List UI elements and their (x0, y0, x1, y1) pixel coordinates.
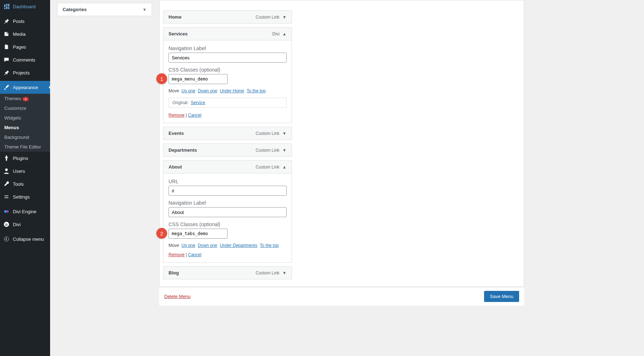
cancel-link[interactable]: Cancel (188, 252, 201, 257)
pin-icon (3, 18, 10, 25)
sidebar-item-appearance[interactable]: Appearance (0, 81, 50, 94)
menu-item-services: Services Divi▲ Navigation Label CSS Clas… (163, 27, 292, 123)
menu-item-type: Custom Link▼ (255, 270, 287, 275)
menu-item-type: Custom Link▼ (255, 131, 287, 136)
menu-item-title: Events (169, 131, 184, 136)
sidebar-label: Appearance (13, 85, 38, 90)
menu-item-title: About (169, 164, 182, 170)
sidebar-item-comments[interactable]: Comments (0, 53, 50, 66)
menu-item-settings: URL Navigation Label CSS Classes (option… (163, 174, 292, 263)
remove-link[interactable]: Remove (169, 252, 185, 257)
css-classes-input[interactable] (169, 74, 228, 84)
caret-down-icon: ▼ (142, 7, 147, 12)
dashboard-icon (3, 3, 10, 10)
nav-label-label: Navigation Label (169, 200, 287, 206)
move-down-link[interactable]: Down one (198, 88, 217, 93)
sidebar-item-users[interactable]: Users (0, 165, 50, 177)
menu-item-title: Services (169, 31, 188, 36)
menu-item-about: About Custom Link▲ URL Navigation Label (163, 160, 292, 263)
menu-structure-editor: Home Custom Link▼ Services Divi▲ Navigat… (159, 0, 524, 287)
move-top-link[interactable]: To the top (260, 243, 279, 248)
menu-item-bar[interactable]: Services Divi▲ (163, 27, 292, 40)
sidebar-item-pages[interactable]: Pages (0, 40, 50, 53)
move-up-link[interactable]: Up one (181, 88, 195, 93)
sidebar-label: Posts (13, 19, 25, 24)
sidebar-item-projects[interactable]: Projects (0, 66, 50, 79)
sidebar-item-settings[interactable]: Settings (0, 190, 50, 203)
menu-item-blog: Blog Custom Link▼ (163, 266, 292, 279)
sidebar-sub-widgets[interactable]: Widgets (0, 113, 50, 123)
caret-down-icon[interactable]: ▼ (282, 270, 287, 275)
sidebar-sub-background[interactable]: Background (0, 132, 50, 142)
annotation-badge-1: 1 (156, 73, 167, 84)
url-input[interactable] (169, 186, 287, 196)
cancel-link[interactable]: Cancel (188, 113, 201, 118)
page-content: Categories ▼ Home Custom Link▼ (50, 0, 644, 356)
original-box: Original: Service (169, 98, 287, 108)
media-icon (3, 30, 10, 38)
plugin-icon (3, 155, 10, 162)
sidebar-sub-themes[interactable]: Themes4 (0, 94, 50, 103)
themes-update-badge: 4 (23, 97, 29, 101)
caret-down-icon[interactable]: ▼ (282, 15, 287, 20)
remove-link[interactable]: Remove (169, 113, 185, 118)
sidebar-item-posts[interactable]: Posts (0, 15, 50, 28)
categories-panel-header[interactable]: Categories ▼ (58, 3, 152, 16)
nav-label-input[interactable] (169, 207, 287, 217)
sidebar-label: Users (13, 169, 25, 174)
menu-item-title: Departments (169, 147, 197, 153)
collapse-icon (3, 235, 10, 243)
menu-item-title: Home (169, 14, 181, 20)
sidebar-label: Dashboard (13, 4, 36, 9)
move-up-link[interactable]: Up one (181, 243, 195, 248)
move-row: Move Up one Down one Under Departments T… (169, 243, 287, 248)
categories-title: Categories (63, 7, 87, 12)
svg-text:D: D (5, 223, 8, 226)
menu-item-bar[interactable]: Blog Custom Link▼ (163, 266, 292, 279)
css-classes-input[interactable] (169, 229, 228, 239)
menu-item-type: Custom Link▼ (255, 148, 287, 153)
pages-icon (3, 43, 10, 50)
sidebar-label: Divi (13, 222, 21, 227)
save-menu-button[interactable]: Save Menu (484, 291, 519, 302)
move-under-link[interactable]: Under Departments (220, 243, 257, 248)
move-down-link[interactable]: Down one (198, 243, 217, 248)
sidebar-item-divi[interactable]: DDivi (0, 218, 50, 231)
sidebar-item-plugins[interactable]: Plugins (0, 152, 50, 165)
move-top-link[interactable]: To the top (247, 88, 266, 93)
menu-footer: Delete Menu Save Menu (159, 287, 524, 306)
caret-down-icon[interactable]: ▼ (282, 148, 287, 153)
sidebar-sub-menus[interactable]: Menus (0, 123, 50, 132)
wrench-icon (3, 180, 10, 187)
sidebar-label: Comments (13, 57, 35, 63)
divi-engine-icon (3, 208, 10, 215)
caret-up-icon[interactable]: ▲ (282, 31, 287, 36)
sidebar-item-collapse[interactable]: Collapse menu (0, 233, 50, 245)
caret-down-icon[interactable]: ▼ (282, 131, 287, 136)
move-under-link[interactable]: Under Home (220, 88, 244, 93)
menu-item-bar[interactable]: Events Custom Link▼ (163, 127, 292, 140)
sidebar-item-media[interactable]: Media (0, 28, 50, 40)
svg-point-1 (6, 210, 9, 213)
menu-item-bar[interactable]: Home Custom Link▼ (163, 10, 292, 24)
sidebar-item-divi-engine[interactable]: Divi Engine (0, 205, 50, 218)
annotation-badge-2: 2 (156, 228, 167, 239)
sidebar-sub-theme-file-editor[interactable]: Theme File Editor (0, 142, 50, 152)
css-classes-label: CSS Classes (optional) (169, 67, 287, 73)
caret-up-icon[interactable]: ▲ (282, 165, 287, 170)
sidebar-item-dashboard[interactable]: Dashboard (0, 0, 50, 13)
menu-item-bar[interactable]: Departments Custom Link▼ (163, 143, 292, 157)
menu-item-bar[interactable]: About Custom Link▲ (163, 160, 292, 174)
user-icon (3, 167, 10, 175)
nav-label-input[interactable] (169, 53, 287, 63)
sidebar-sub-customize[interactable]: Customize (0, 103, 50, 113)
original-link[interactable]: Service (191, 100, 205, 105)
sidebar-item-tools[interactable]: Tools (0, 177, 50, 190)
menu-item-type: Custom Link▲ (255, 165, 287, 170)
delete-menu-link[interactable]: Delete Menu (164, 294, 191, 299)
sidebar-label: Collapse menu (13, 236, 44, 242)
sidebar-label: Projects (13, 70, 30, 75)
menu-item-type: Custom Link▼ (255, 15, 287, 20)
divi-icon: D (3, 221, 10, 228)
css-classes-label: CSS Classes (optional) (169, 221, 287, 227)
